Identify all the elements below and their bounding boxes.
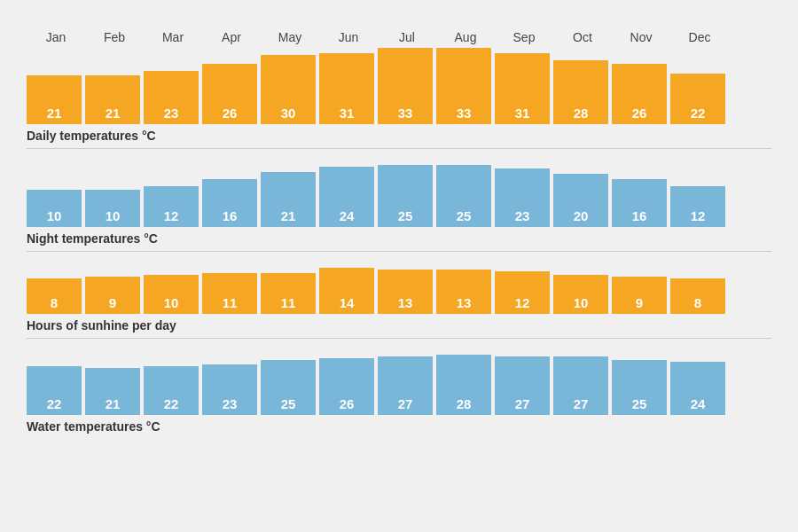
section-label-water: Water temperatures °C [27,419,771,434]
bar-value-night-jul: 25 [378,205,433,227]
bar-value-sunshine-jul: 13 [378,292,433,314]
bar-value-daily-oct: 28 [553,102,608,124]
bar-cell-daily-feb: 21 [85,75,140,124]
section-label-night: Night temperatures °C [27,231,771,246]
bar-cell-sunshine-feb: 9 [85,277,140,314]
bar-cell-night-oct: 20 [553,174,608,227]
month-label-apr: Apr [204,30,259,44]
bar-cell-night-may: 21 [261,172,316,227]
section-label-daily: Daily temperatures °C [27,129,771,143]
bar-row-night: 101012162124252523201612 [27,165,771,227]
bar-cell-night-apr: 16 [202,179,257,227]
bar-cell-sunshine-apr: 11 [202,273,257,314]
bar-cell-daily-aug: 33 [436,48,491,124]
bar-row-sunshine: 89101111141313121098 [27,268,771,314]
bar-cell-daily-mar: 23 [144,71,199,124]
bar-value-water-jun: 26 [319,393,374,415]
bar-cell-sunshine-jun: 14 [319,268,374,314]
bar-value-water-sep: 27 [495,393,550,415]
bar-cell-sunshine-jan: 8 [27,278,82,314]
month-label-mar: Mar [145,30,200,44]
bar-cell-night-jul: 25 [378,165,433,227]
bar-value-night-apr: 16 [202,205,257,227]
bar-value-night-nov: 16 [612,205,667,227]
section-sunshine: 89101111141313121098Hours of sunhine per… [27,268,771,339]
bar-value-sunshine-may: 11 [261,292,316,314]
month-label-sep: Sep [497,30,552,44]
bar-cell-sunshine-may: 11 [261,273,316,314]
bar-value-daily-jan: 21 [27,102,82,124]
bar-cell-water-aug: 28 [436,355,491,415]
bar-cell-water-jun: 26 [319,358,374,415]
bar-cell-sunshine-aug: 13 [436,270,491,314]
month-label-jul: Jul [379,30,434,44]
bar-value-daily-apr: 26 [202,102,257,124]
bar-cell-water-nov: 25 [612,360,667,415]
bar-value-water-feb: 21 [85,393,140,415]
bar-cell-sunshine-oct: 10 [553,275,608,314]
bar-cell-daily-jul: 33 [378,48,433,124]
bar-value-sunshine-apr: 11 [202,292,257,314]
bar-cell-daily-oct: 28 [553,60,608,124]
bar-value-daily-sep: 31 [495,102,550,124]
bar-cell-night-jun: 24 [319,167,374,227]
bar-cell-sunshine-jul: 13 [378,270,433,314]
bar-cell-night-dec: 12 [670,186,725,227]
bar-cell-daily-apr: 26 [202,64,257,124]
month-label-aug: Aug [438,30,493,44]
bar-cell-daily-sep: 31 [495,53,550,124]
month-label-may: May [262,30,317,44]
bar-value-water-nov: 25 [612,393,667,415]
month-label-nov: Nov [614,30,669,44]
bar-value-water-jul: 27 [378,393,433,415]
bar-cell-night-aug: 25 [436,165,491,227]
bar-row-daily: 212123263031333331282622 [27,48,771,124]
bar-cell-water-apr: 23 [202,364,257,415]
bar-value-sunshine-mar: 10 [144,292,199,314]
bar-cell-water-jul: 27 [378,356,433,415]
bar-value-night-jan: 10 [27,205,82,227]
section-water: 222122232526272827272524Water temperatur… [27,355,771,434]
bar-cell-daily-nov: 26 [612,64,667,124]
bar-value-daily-feb: 21 [85,102,140,124]
month-label-dec: Dec [672,30,727,44]
bar-cell-sunshine-sep: 12 [495,271,550,314]
month-label-jun: Jun [321,30,376,44]
bar-value-sunshine-nov: 9 [612,292,667,314]
bar-value-sunshine-oct: 10 [553,292,608,314]
bar-cell-daily-jun: 31 [319,53,374,124]
bar-cell-sunshine-mar: 10 [144,275,199,314]
bar-cell-daily-jan: 21 [27,75,82,124]
bar-value-water-oct: 27 [553,393,608,415]
bar-value-water-apr: 23 [202,393,257,415]
bar-value-night-jun: 24 [319,205,374,227]
bar-value-daily-jun: 31 [319,102,374,124]
bar-row-water: 222122232526272827272524 [27,355,771,415]
bar-cell-sunshine-dec: 8 [670,278,725,314]
bar-cell-daily-may: 30 [261,55,316,124]
bar-value-daily-may: 30 [261,102,316,124]
month-label-feb: Feb [87,30,142,44]
bar-cell-water-oct: 27 [553,356,608,415]
bar-value-night-sep: 23 [495,205,550,227]
bar-value-night-feb: 10 [85,205,140,227]
month-label-oct: Oct [555,30,610,44]
bar-cell-water-dec: 24 [670,362,725,415]
bar-value-daily-mar: 23 [144,102,199,124]
bar-value-sunshine-jan: 8 [27,292,82,314]
bar-cell-water-may: 25 [261,360,316,415]
bar-cell-night-jan: 10 [27,190,82,227]
bar-value-sunshine-sep: 12 [495,292,550,314]
bar-cell-water-jan: 22 [27,366,82,415]
bar-value-daily-dec: 22 [670,102,725,124]
bar-value-water-mar: 22 [144,393,199,415]
bar-value-night-mar: 12 [144,205,199,227]
bar-cell-night-sep: 23 [495,168,550,227]
bar-value-daily-nov: 26 [612,102,667,124]
section-label-sunshine: Hours of sunhine per day [27,318,771,332]
bar-value-daily-aug: 33 [436,102,491,124]
bar-cell-night-feb: 10 [85,190,140,227]
bar-value-sunshine-aug: 13 [436,292,491,314]
bar-cell-night-nov: 16 [612,179,667,227]
bar-value-water-may: 25 [261,393,316,415]
